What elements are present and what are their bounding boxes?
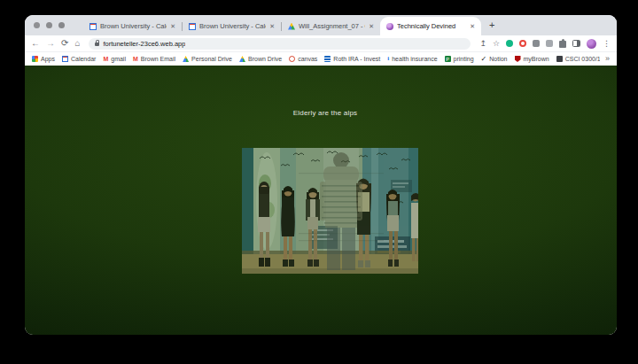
tab-close-icon[interactable]: ✕ xyxy=(269,23,275,29)
bookmark-gmail[interactable]: M gmail xyxy=(103,56,126,62)
bookmark-label: canvas xyxy=(298,56,317,62)
bookmarks-list: Apps Calendar M gmail M Brown Email Pers… xyxy=(32,56,600,63)
notion-check-icon: ✓ xyxy=(481,56,487,63)
bookmark-csci-course[interactable]: CSCI 0300/1310:... xyxy=(556,56,600,62)
bookmark-label: health insurance xyxy=(392,56,437,62)
bookmark-star-icon[interactable]: ☆ xyxy=(493,40,500,48)
minimize-window-button[interactable] xyxy=(46,22,52,28)
new-tab-button[interactable]: + xyxy=(489,20,494,30)
calendar-favicon-icon xyxy=(89,23,97,30)
side-panel-icon[interactable] xyxy=(572,40,580,47)
tab-close-icon[interactable]: ✕ xyxy=(170,23,175,29)
gmail-icon: M xyxy=(103,56,108,62)
tab-label: Will_Assignment_07 - Googl xyxy=(299,22,365,30)
grammarly-extension-icon[interactable] xyxy=(506,40,513,47)
canvas-icon xyxy=(289,56,295,62)
crystal-ball-favicon-icon xyxy=(386,23,393,30)
health-icon: i xyxy=(387,56,389,62)
chrome-menu-icon[interactable]: ⋮ xyxy=(603,40,611,48)
bookmark-notion[interactable]: ✓ Notion xyxy=(481,56,508,63)
profile-avatar[interactable] xyxy=(587,39,596,49)
share-icon[interactable]: ↥ xyxy=(479,40,486,48)
browser-window: Brown University - Calendar - ✕ Brown Un… xyxy=(25,15,617,335)
bookmark-roth-ira[interactable]: Roth IRA - Invest xyxy=(324,56,380,62)
investment-icon xyxy=(324,56,331,62)
bookmark-label: Roth IRA - Invest xyxy=(333,56,380,62)
bookmark-label: Personal Drive xyxy=(191,56,232,62)
close-window-button[interactable] xyxy=(34,22,40,28)
bookmark-brown-email[interactable]: M Brown Email xyxy=(133,56,175,62)
bookmark-label: myBrown xyxy=(524,56,549,62)
gray-extension-icon-2[interactable] xyxy=(546,40,553,47)
brown-crest-icon xyxy=(515,56,521,62)
tab-label: Brown University - Calendar - xyxy=(199,22,266,30)
padlock-icon xyxy=(95,43,99,46)
apps-grid-icon xyxy=(32,56,38,62)
bookmark-label: CSCI 0300/1310:... xyxy=(565,56,600,62)
window-controls xyxy=(34,22,65,28)
tab-technically-devined-active[interactable]: Technically Devined ✕ xyxy=(380,17,481,35)
bookmark-label: gmail xyxy=(111,56,126,62)
bookmark-calendar[interactable]: Calendar xyxy=(62,56,96,62)
tab-drive-assignment[interactable]: Will_Assignment_07 - Googl ✕ xyxy=(282,17,380,35)
bookmark-personal-drive[interactable]: Personal Drive xyxy=(183,56,232,62)
bookmark-label: Apps xyxy=(41,56,55,62)
printing-icon: P xyxy=(445,56,451,62)
home-icon[interactable]: ⌂ xyxy=(74,39,80,48)
bookmark-label: Brown Drive xyxy=(248,56,282,62)
zoom-window-button[interactable] xyxy=(58,22,65,28)
tab-strip: Brown University - Calendar - ✕ Brown Un… xyxy=(25,15,617,35)
back-icon[interactable]: ← xyxy=(31,39,40,48)
reload-icon[interactable]: ⟳ xyxy=(61,39,68,48)
bookmark-brown-drive[interactable]: Brown Drive xyxy=(239,56,282,62)
bookmarks-bar: Apps Calendar M gmail M Brown Email Pers… xyxy=(25,51,617,66)
bookmark-printing[interactable]: P printing xyxy=(445,56,474,62)
bookmark-label: printing xyxy=(454,56,474,62)
google-drive-icon xyxy=(183,56,189,62)
google-drive-icon xyxy=(239,56,245,62)
tab-brown-calendar-2[interactable]: Brown University - Calendar - ✕ xyxy=(183,17,281,35)
course-icon xyxy=(556,56,563,62)
tab-close-icon[interactable]: ✕ xyxy=(470,23,475,29)
tab-brown-calendar-1[interactable]: Brown University - Calendar - ✕ xyxy=(83,17,182,35)
tab-close-icon[interactable]: ✕ xyxy=(369,23,374,29)
bookmark-mybrown[interactable]: myBrown xyxy=(515,56,549,62)
address-bar[interactable]: fortuneteller-23ce6.web.app xyxy=(89,38,471,50)
calendar-favicon-icon xyxy=(189,23,196,30)
google-calendar-icon xyxy=(62,56,68,62)
red-circle-extension-icon[interactable] xyxy=(519,40,526,47)
bookmark-label: Notion xyxy=(489,56,507,62)
fortune-heading: Elderly are the alps xyxy=(29,66,617,117)
bookmark-health-insurance[interactable]: i health insurance xyxy=(387,56,437,62)
bookmark-canvas[interactable]: canvas xyxy=(289,56,317,62)
drive-favicon-icon xyxy=(288,23,295,30)
bookmark-apps[interactable]: Apps xyxy=(32,56,55,62)
web-page-content: Elderly are the alps xyxy=(25,66,617,335)
forward-icon[interactable]: → xyxy=(46,39,55,48)
extensions-puzzle-icon[interactable] xyxy=(559,41,566,48)
browser-toolbar: ← → ⟳ ⌂ fortuneteller-23ce6.web.app ↥ ☆ … xyxy=(25,35,617,51)
gmail-icon: M xyxy=(133,56,138,62)
group-photo-image xyxy=(242,148,418,274)
bookmark-label: Brown Email xyxy=(141,56,175,62)
tab-label: Brown University - Calendar - xyxy=(100,22,167,30)
bookmark-label: Calendar xyxy=(71,56,96,62)
bookmarks-overflow-icon[interactable]: » xyxy=(600,55,610,63)
gray-extension-icon-1[interactable] xyxy=(533,40,540,47)
url-text: fortuneteller-23ce6.web.app xyxy=(103,40,185,48)
tab-label: Technically Devined xyxy=(397,22,466,30)
